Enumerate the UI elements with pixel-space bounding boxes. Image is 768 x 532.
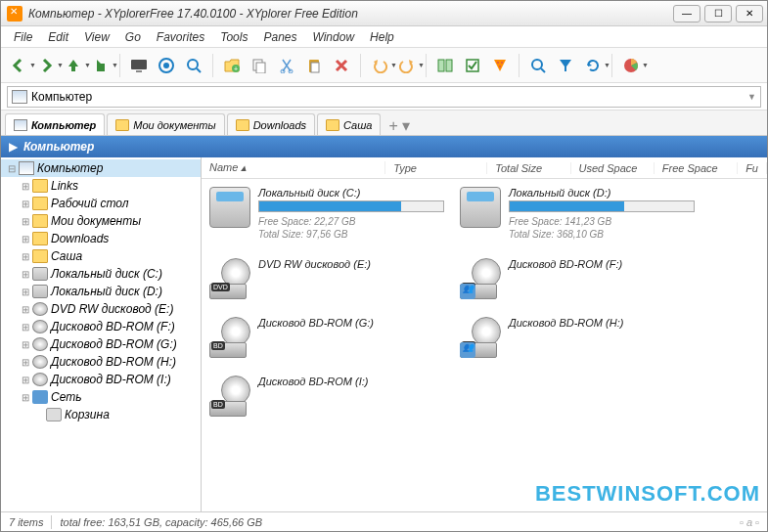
- column-header[interactable]: Name ▴: [202, 161, 385, 174]
- recent-button[interactable]: ▼: [89, 54, 113, 77]
- drive-item[interactable]: Локальный диск (D:)Free Space: 141,23 GB…: [460, 187, 695, 241]
- drive-name: DVD RW дисковод (E:): [258, 258, 444, 270]
- svg-point-4: [188, 60, 198, 69]
- svg-line-21: [541, 68, 545, 72]
- drive-item[interactable]: Локальный диск (C:)Free Space: 22,27 GBT…: [209, 187, 444, 241]
- column-header[interactable]: Used Space: [571, 162, 655, 174]
- expand-icon[interactable]: ⊞: [19, 392, 32, 403]
- column-header[interactable]: Total Size: [487, 162, 570, 174]
- cut-button[interactable]: [275, 54, 298, 77]
- new-folder-button[interactable]: +: [220, 54, 244, 77]
- svg-rect-13: [311, 63, 319, 72]
- menu-tools[interactable]: Tools: [213, 28, 254, 46]
- forward-button[interactable]: ▼: [34, 54, 58, 77]
- folder-icon: [115, 119, 129, 131]
- expand-icon[interactable]: ⊞: [19, 181, 32, 192]
- menu-view[interactable]: View: [77, 28, 116, 46]
- tree-item[interactable]: ⊞Дисковод BD-ROM (H:): [1, 353, 201, 371]
- back-button[interactable]: ▼: [7, 54, 30, 77]
- copy-button[interactable]: [248, 54, 271, 77]
- desktop-icon[interactable]: [127, 54, 151, 77]
- items-area[interactable]: Локальный диск (C:)Free Space: 22,27 GBT…: [202, 179, 767, 511]
- tree-label: Корзина: [65, 408, 110, 421]
- expand-icon[interactable]: ⊞: [19, 357, 32, 368]
- panes-button[interactable]: [433, 54, 457, 77]
- svg-rect-15: [446, 60, 452, 71]
- tab-add-button[interactable]: + ▾: [383, 116, 416, 135]
- expand-icon[interactable]: ⊞: [19, 287, 32, 297]
- tree-item[interactable]: ⊟Компьютер: [1, 159, 201, 177]
- tree-item[interactable]: ⊞Дисковод BD-ROM (I:): [1, 371, 201, 388]
- tree-item[interactable]: ⊞Дисковод BD-ROM (F:): [1, 318, 201, 335]
- expand-icon[interactable]: ⊞: [19, 269, 32, 280]
- menu-favorites[interactable]: Favorites: [150, 28, 211, 46]
- menubar: FileEditViewGoFavoritesToolsPanesWindowH…: [1, 26, 767, 48]
- tab-1[interactable]: Мои документы: [107, 113, 224, 135]
- tree-item[interactable]: ⊞Локальный диск (C:): [1, 265, 201, 283]
- toolbar: ▼ ▼ ▼ ▼ + ▼ ▼ ▼ ▼: [1, 48, 767, 83]
- expand-icon[interactable]: ⊞: [19, 199, 32, 209]
- expand-icon[interactable]: ⊞: [19, 375, 32, 385]
- disc-icon: BD: [209, 376, 250, 417]
- tree-item[interactable]: ⊞Сеть: [1, 388, 201, 406]
- watermark: BESTWINSOFT.COM: [535, 481, 760, 507]
- svg-point-19: [499, 66, 501, 67]
- delete-button[interactable]: [330, 54, 353, 77]
- menu-file[interactable]: File: [7, 28, 39, 46]
- tab-2[interactable]: Downloads: [227, 113, 315, 135]
- tree-label: Дисковод BD-ROM (H:): [51, 355, 176, 369]
- menu-edit[interactable]: Edit: [41, 28, 75, 46]
- tree-item[interactable]: ⊞Локальный диск (D:): [1, 283, 201, 300]
- expand-icon[interactable]: ⊞: [19, 322, 32, 332]
- address-input[interactable]: Компьютер ▼: [7, 86, 761, 108]
- svg-rect-14: [438, 60, 444, 71]
- minimize-button[interactable]: —: [673, 5, 700, 22]
- drive-item[interactable]: BD👥Дисковод BD-ROM (H:): [460, 317, 695, 358]
- tree-item[interactable]: ⊞Downloads: [1, 230, 201, 247]
- target-icon[interactable]: [155, 54, 178, 77]
- expand-icon[interactable]: ⊞: [19, 339, 32, 350]
- menu-window[interactable]: Window: [305, 28, 361, 46]
- column-header[interactable]: Free Space: [655, 162, 738, 174]
- tree-item[interactable]: ⊞Мои документы: [1, 212, 201, 230]
- undo-button[interactable]: ▼: [368, 54, 391, 77]
- chart-button[interactable]: ▼: [619, 54, 643, 77]
- tree-item[interactable]: ⊞Саша: [1, 247, 201, 265]
- tree-item[interactable]: ⊞Рабочий стол: [1, 195, 201, 212]
- tab-0[interactable]: Компьютер: [5, 113, 105, 135]
- tree-item[interactable]: ⊞Links: [1, 177, 201, 195]
- disc-icon: [32, 320, 48, 333]
- menu-go[interactable]: Go: [118, 28, 148, 46]
- menu-help[interactable]: Help: [363, 28, 401, 46]
- drive-item[interactable]: DVDDVD RW дисковод (E:): [209, 258, 444, 299]
- expand-icon[interactable]: ⊞: [19, 216, 32, 227]
- window-title: Компьютер - XYplorerFree 17.40.0100 - XY…: [28, 7, 358, 21]
- expand-icon[interactable]: ⊞: [19, 304, 32, 315]
- drive-item[interactable]: BDДисковод BD-ROM (G:): [209, 317, 444, 358]
- expand-icon[interactable]: ⊞: [19, 251, 32, 262]
- column-header[interactable]: Fu: [738, 162, 767, 174]
- maximize-button[interactable]: ☐: [704, 5, 732, 22]
- drive-item[interactable]: BD👥Дисковод BD-ROM (F:): [460, 258, 695, 299]
- filter-button[interactable]: [554, 54, 577, 77]
- drive-item[interactable]: BDДисковод BD-ROM (I:): [209, 376, 444, 417]
- expand-icon[interactable]: ⊞: [19, 234, 32, 244]
- disc-icon: [32, 373, 48, 386]
- zoom-icon[interactable]: [182, 54, 205, 77]
- refresh-button[interactable]: ▼: [581, 54, 605, 77]
- tree-item[interactable]: ⊞DVD RW дисковод (E:): [1, 300, 201, 318]
- up-button[interactable]: ▼: [62, 54, 85, 77]
- tab-3[interactable]: Саша: [317, 113, 381, 135]
- checkbox-button[interactable]: [461, 54, 484, 77]
- redo-button[interactable]: ▼: [395, 54, 419, 77]
- expand-icon[interactable]: ⊟: [5, 163, 19, 174]
- search-button[interactable]: [526, 54, 550, 77]
- paste-button[interactable]: [302, 54, 326, 77]
- pizza-icon[interactable]: [488, 54, 512, 77]
- close-button[interactable]: ✕: [736, 5, 763, 22]
- breadcrumb[interactable]: ▶ Компьютер: [1, 136, 767, 157]
- tree-item[interactable]: ⊞Дисковод BD-ROM (G:): [1, 335, 201, 353]
- tree-item[interactable]: Корзина: [1, 406, 201, 423]
- column-header[interactable]: Type: [385, 162, 487, 174]
- menu-panes[interactable]: Panes: [256, 28, 303, 46]
